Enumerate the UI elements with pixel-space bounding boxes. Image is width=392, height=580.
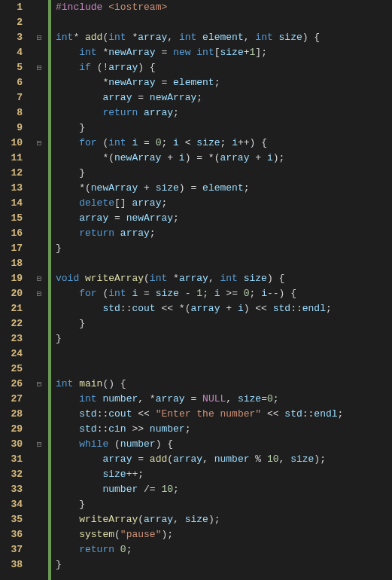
fold-toggle[interactable]: ⊟ [30,136,48,151]
code-line[interactable]: *newArray = element; [56,75,392,90]
code-line[interactable]: } [56,316,392,331]
fold-toggle[interactable]: ⊟ [30,271,48,286]
token-ident: cout [132,303,155,314]
code-line[interactable]: #include <iostream> [56,0,392,15]
token-ident: number [102,484,138,495]
code-line[interactable]: void writeArray(int *array, int size) { [56,271,392,286]
fold-toggle [30,0,48,15]
code-line[interactable] [56,362,392,377]
token-ident: i [267,152,273,163]
fold-toggle [30,542,48,557]
line-number: 7 [0,90,30,105]
token-ident: number [102,393,138,404]
code-line[interactable]: for (int i = size - 1; i >= 0; i--) { [56,286,392,301]
code-line[interactable]: } [56,241,392,256]
code-line[interactable]: } [56,166,392,181]
code-line[interactable]: system("pause"); [56,527,392,542]
token-ident: i [261,288,267,299]
code-area[interactable]: #include <iostream>int* add(int *array, … [51,0,392,580]
code-line[interactable]: } [56,557,392,572]
code-line[interactable]: } [56,331,392,346]
code-line[interactable]: return array; [56,226,392,241]
fold-toggle [30,301,48,316]
token-op: ( [167,453,173,465]
code-line[interactable]: int number, *array = NULL, size=0; [56,392,392,407]
code-line[interactable]: } [56,497,392,512]
token-func: system [79,529,114,540]
token-text [56,408,79,420]
token-op: (! [97,62,109,73]
line-number: 10 [0,136,30,151]
code-line[interactable]: *(newArray + i) = *(array + i); [56,151,392,166]
code-line[interactable]: std::cin >> number; [56,422,392,437]
code-line[interactable]: writeArray(array, size); [56,512,392,527]
token-text [56,92,102,103]
token-text [56,137,79,148]
fold-toggle[interactable]: ⊟ [30,30,48,45]
code-line[interactable]: if (!array) { [56,60,392,75]
fold-toggle[interactable]: ⊟ [30,60,48,75]
token-text [56,47,79,58]
token-op: , [202,453,214,465]
code-line[interactable]: size++; [56,467,392,482]
code-line[interactable]: std::cout << *(array + i) << std::endl; [56,301,392,316]
fold-toggle[interactable]: ⊟ [30,377,48,392]
code-line[interactable]: delete[] array; [56,196,392,211]
token-type: int [56,378,79,389]
code-line[interactable]: int* add(int *array, int element, int si… [56,30,392,45]
code-line[interactable]: std::cout << "Enter the number" << std::… [56,407,392,422]
code-line[interactable]: array = newArray; [56,211,392,226]
token-op: ; [173,212,179,224]
code-line[interactable] [56,256,392,271]
token-op: --) { [267,288,296,299]
token-text [56,303,102,314]
token-ident: i [238,303,244,314]
token-op: ; [214,77,220,88]
token-op: :: [120,303,132,314]
code-line[interactable]: for (int i = 0; i < size; i++) { [56,136,392,151]
token-op: ) = [179,182,202,194]
code-line[interactable]: array = newArray; [56,90,392,105]
token-op: :: [97,423,109,435]
token-kw: new [173,47,196,58]
token-ident: array [156,393,185,404]
fold-toggle[interactable]: ⊟ [30,286,48,301]
code-line[interactable]: int *newArray = new int[size+1]; [56,45,392,60]
code-line[interactable]: while (number) { [56,437,392,452]
code-line[interactable] [56,346,392,362]
token-op: ++; [126,469,144,480]
token-op: + [161,152,178,163]
code-line[interactable] [56,15,392,30]
code-line[interactable]: } [56,121,392,136]
token-func: add [150,453,167,465]
fold-toggle[interactable]: ⊟ [30,437,48,452]
token-str: "Enter the number" [156,408,261,420]
token-op: ); [208,514,220,525]
fold-toggle [30,166,48,181]
fold-toggle [30,241,48,256]
token-op: = [132,453,149,465]
token-null: NULL [202,393,226,404]
token-op: ; [196,92,202,103]
token-text [56,62,79,73]
line-number: 33 [0,482,30,497]
token-text [56,423,79,435]
token-op: ; [162,137,174,148]
code-line[interactable]: number /= 10; [56,482,392,497]
code-line[interactable]: *(newArray + size) = element; [56,181,392,196]
line-number: 17 [0,241,30,256]
token-type: int [196,47,214,58]
token-op: :: [97,408,109,420]
code-line[interactable]: return array; [56,105,392,121]
code-line[interactable]: int main() { [56,377,392,392]
code-line[interactable]: return 0; [56,542,392,557]
token-op: ; [273,393,279,404]
token-op: , [173,514,185,525]
token-op: ( [144,273,150,284]
token-op: , [279,453,291,465]
token-op: ]; [255,47,267,58]
token-ident: i [214,288,220,299]
line-number: 20 [0,286,30,301]
code-editor[interactable]: 1234567891011121314151617181920212223242… [0,0,392,580]
code-line[interactable]: array = add(array, number % 10, size); [56,452,392,467]
